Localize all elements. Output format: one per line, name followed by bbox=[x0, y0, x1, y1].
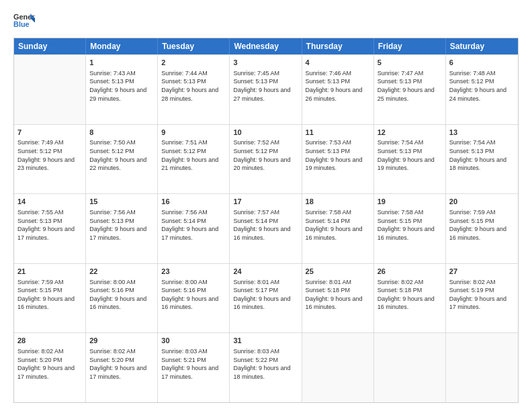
header: General Blue bbox=[13, 12, 519, 31]
day-number: 20 bbox=[449, 197, 515, 207]
sunset-label: Sunset: 5:13 PM bbox=[449, 148, 494, 154]
cell-info: Sunrise: 7:54 AMSunset: 5:13 PMDaylight:… bbox=[378, 138, 442, 172]
sunrise-label: Sunrise: 7:51 AM bbox=[161, 139, 208, 146]
cal-cell: 16Sunrise: 7:56 AMSunset: 5:14 PMDayligh… bbox=[158, 194, 230, 263]
day-header-thursday: Thursday bbox=[302, 38, 374, 54]
cell-info: Sunrise: 7:57 AMSunset: 5:14 PMDaylight:… bbox=[233, 208, 298, 242]
day-number: 3 bbox=[233, 58, 298, 68]
cal-cell: 30Sunrise: 8:03 AMSunset: 5:21 PMDayligh… bbox=[158, 333, 230, 402]
sunrise-label: Sunrise: 8:02 AM bbox=[89, 348, 136, 355]
daylight-label: Daylight: 9 hours and 16 minutes. bbox=[378, 295, 435, 311]
sunset-label: Sunset: 5:13 PM bbox=[306, 78, 351, 85]
cal-cell: 22Sunrise: 8:00 AMSunset: 5:16 PMDayligh… bbox=[86, 264, 158, 333]
calendar-header: SundayMondayTuesdayWednesdayThursdayFrid… bbox=[14, 38, 518, 54]
sunrise-label: Sunrise: 7:44 AM bbox=[161, 70, 208, 77]
daylight-label: Daylight: 9 hours and 22 minutes. bbox=[89, 156, 146, 172]
logo: General Blue bbox=[13, 12, 35, 31]
day-number: 27 bbox=[449, 267, 515, 277]
cal-cell: 28Sunrise: 8:02 AMSunset: 5:20 PMDayligh… bbox=[14, 333, 86, 402]
cal-cell: 5Sunrise: 7:47 AMSunset: 5:13 PMDaylight… bbox=[374, 55, 446, 124]
cell-info: Sunrise: 8:01 AMSunset: 5:17 PMDaylight:… bbox=[233, 278, 298, 312]
sunset-label: Sunset: 5:16 PM bbox=[89, 287, 134, 293]
cal-cell: 13Sunrise: 7:54 AMSunset: 5:13 PMDayligh… bbox=[446, 125, 518, 194]
daylight-label: Daylight: 9 hours and 27 minutes. bbox=[233, 87, 290, 102]
cal-cell: 15Sunrise: 7:56 AMSunset: 5:13 PMDayligh… bbox=[86, 194, 158, 263]
daylight-label: Daylight: 9 hours and 17 minutes. bbox=[89, 226, 146, 241]
day-number: 9 bbox=[161, 128, 226, 138]
sunrise-label: Sunrise: 7:45 AM bbox=[233, 70, 279, 77]
page: General Blue SundayMondayTuesdayWednesda… bbox=[0, 0, 532, 411]
cell-info: Sunrise: 8:03 AMSunset: 5:22 PMDaylight:… bbox=[233, 347, 298, 381]
day-number: 19 bbox=[378, 197, 442, 207]
day-number: 1 bbox=[89, 58, 154, 68]
cell-info: Sunrise: 7:59 AMSunset: 5:15 PMDaylight:… bbox=[17, 278, 82, 312]
sunrise-label: Sunrise: 7:57 AM bbox=[233, 209, 279, 216]
cal-cell: 11Sunrise: 7:53 AMSunset: 5:13 PMDayligh… bbox=[302, 125, 374, 194]
cal-cell: 3Sunrise: 7:45 AMSunset: 5:13 PMDaylight… bbox=[230, 55, 302, 124]
day-number: 15 bbox=[89, 197, 154, 207]
cal-cell: 4Sunrise: 7:46 AMSunset: 5:13 PMDaylight… bbox=[302, 55, 374, 124]
day-number: 22 bbox=[89, 267, 154, 277]
daylight-label: Daylight: 9 hours and 17 minutes. bbox=[17, 226, 75, 241]
day-header-wednesday: Wednesday bbox=[230, 38, 302, 54]
week-row-5: 28Sunrise: 8:02 AMSunset: 5:20 PMDayligh… bbox=[14, 332, 518, 402]
day-number: 12 bbox=[378, 128, 442, 138]
cal-cell: 6Sunrise: 7:48 AMSunset: 5:12 PMDaylight… bbox=[446, 55, 518, 124]
sunset-label: Sunset: 5:15 PM bbox=[378, 218, 423, 224]
cell-info: Sunrise: 7:54 AMSunset: 5:13 PMDaylight:… bbox=[449, 138, 515, 172]
sunset-label: Sunset: 5:15 PM bbox=[449, 218, 494, 224]
daylight-label: Daylight: 9 hours and 17 minutes. bbox=[161, 226, 218, 241]
cal-cell: 19Sunrise: 7:58 AMSunset: 5:15 PMDayligh… bbox=[374, 194, 446, 263]
daylight-label: Daylight: 9 hours and 16 minutes. bbox=[306, 226, 363, 241]
day-number: 10 bbox=[233, 128, 298, 138]
week-row-1: 1Sunrise: 7:43 AMSunset: 5:13 PMDaylight… bbox=[14, 54, 518, 124]
cal-cell: 27Sunrise: 8:02 AMSunset: 5:19 PMDayligh… bbox=[446, 264, 518, 333]
day-header-friday: Friday bbox=[374, 38, 446, 54]
cell-info: Sunrise: 8:02 AMSunset: 5:18 PMDaylight:… bbox=[378, 278, 442, 312]
sunset-label: Sunset: 5:13 PM bbox=[17, 218, 62, 224]
sunset-label: Sunset: 5:22 PM bbox=[233, 357, 278, 363]
cal-cell: 26Sunrise: 8:02 AMSunset: 5:18 PMDayligh… bbox=[374, 264, 446, 333]
cal-cell: 17Sunrise: 7:57 AMSunset: 5:14 PMDayligh… bbox=[230, 194, 302, 263]
cal-cell: 1Sunrise: 7:43 AMSunset: 5:13 PMDaylight… bbox=[86, 55, 158, 124]
daylight-label: Daylight: 9 hours and 16 minutes. bbox=[89, 295, 146, 311]
cal-cell: 2Sunrise: 7:44 AMSunset: 5:13 PMDaylight… bbox=[158, 55, 230, 124]
sunset-label: Sunset: 5:13 PM bbox=[89, 78, 134, 85]
week-row-3: 14Sunrise: 7:55 AMSunset: 5:13 PMDayligh… bbox=[14, 193, 518, 263]
sunrise-label: Sunrise: 7:43 AM bbox=[89, 70, 136, 77]
cal-cell: 10Sunrise: 7:52 AMSunset: 5:12 PMDayligh… bbox=[230, 125, 302, 194]
day-number: 16 bbox=[161, 197, 226, 207]
sunset-label: Sunset: 5:13 PM bbox=[89, 218, 134, 224]
cell-info: Sunrise: 7:59 AMSunset: 5:15 PMDaylight:… bbox=[449, 208, 515, 242]
cal-cell: 23Sunrise: 8:00 AMSunset: 5:16 PMDayligh… bbox=[158, 264, 230, 333]
cal-cell bbox=[14, 55, 86, 124]
sunrise-label: Sunrise: 7:54 AM bbox=[378, 139, 424, 146]
sunrise-label: Sunrise: 7:56 AM bbox=[89, 209, 136, 216]
cal-cell bbox=[302, 333, 374, 402]
sunset-label: Sunset: 5:20 PM bbox=[17, 357, 62, 363]
sunset-label: Sunset: 5:15 PM bbox=[17, 287, 62, 293]
daylight-label: Daylight: 9 hours and 17 minutes. bbox=[17, 365, 75, 380]
sunrise-label: Sunrise: 7:53 AM bbox=[306, 139, 352, 146]
daylight-label: Daylight: 9 hours and 16 minutes. bbox=[17, 295, 75, 311]
sunset-label: Sunset: 5:19 PM bbox=[449, 287, 494, 293]
day-number: 29 bbox=[89, 336, 154, 346]
calendar-body: 1Sunrise: 7:43 AMSunset: 5:13 PMDaylight… bbox=[14, 54, 518, 402]
sunrise-label: Sunrise: 8:03 AM bbox=[161, 348, 208, 355]
sunset-label: Sunset: 5:13 PM bbox=[233, 78, 278, 85]
day-number: 14 bbox=[17, 197, 82, 207]
day-number: 21 bbox=[17, 267, 82, 277]
daylight-label: Daylight: 9 hours and 21 minutes. bbox=[161, 156, 218, 172]
cell-info: Sunrise: 7:45 AMSunset: 5:13 PMDaylight:… bbox=[233, 69, 298, 103]
cal-cell: 14Sunrise: 7:55 AMSunset: 5:13 PMDayligh… bbox=[14, 194, 86, 263]
sunrise-label: Sunrise: 7:59 AM bbox=[17, 279, 64, 285]
cal-cell: 21Sunrise: 7:59 AMSunset: 5:15 PMDayligh… bbox=[14, 264, 86, 333]
cell-info: Sunrise: 8:02 AMSunset: 5:19 PMDaylight:… bbox=[449, 278, 515, 312]
day-number: 28 bbox=[17, 336, 82, 346]
cal-cell: 8Sunrise: 7:50 AMSunset: 5:12 PMDaylight… bbox=[86, 125, 158, 194]
cal-cell bbox=[446, 333, 518, 402]
sunrise-label: Sunrise: 7:58 AM bbox=[306, 209, 352, 216]
logo-icon: General Blue bbox=[13, 12, 35, 31]
sunset-label: Sunset: 5:13 PM bbox=[378, 78, 423, 85]
sunset-label: Sunset: 5:12 PM bbox=[17, 148, 62, 154]
